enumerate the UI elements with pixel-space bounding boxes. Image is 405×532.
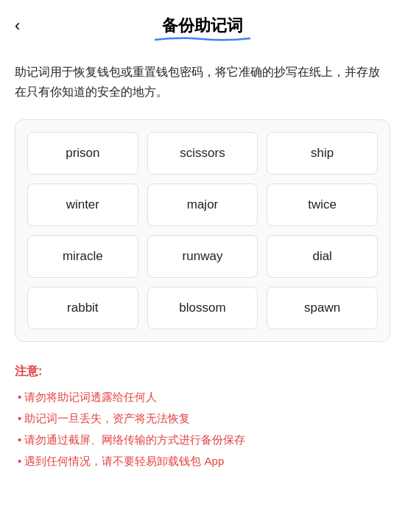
mnemonic-word-10: rabbit [27,287,138,329]
mnemonic-word-5: major [147,183,258,226]
title-wrapper: 备份助记词 [162,15,243,37]
warning-section: 注意: • 请勿将助记词透露给任何人• 助记词一旦丢失，资产将无法恢复• 请勿通… [0,357,405,487]
warning-title: 注意: [15,364,390,379]
page-title: 备份助记词 [162,15,243,37]
warning-items-container: • 请勿将助记词透露给任何人• 助记词一旦丢失，资产将无法恢复• 请勿通过截屏、… [15,387,390,471]
mnemonic-word-1: prison [27,132,138,175]
warning-item-3: • 请勿通过截屏、网络传输的方式进行备份保存 [15,430,390,449]
warning-item-4: • 遇到任何情况，请不要轻易卸载钱包 App [15,451,390,471]
mnemonic-word-6: twice [267,183,378,226]
description-text: 助记词用于恢复钱包或重置钱包密码，将它准确的抄写在纸上，并存放在只有你知道的安全… [0,44,405,113]
title-underline-decoration [155,35,250,43]
warning-item-2: • 助记词一旦丢失，资产将无法恢复 [15,408,390,428]
mnemonic-grid-container: prisonscissorsshipwintermajortwicemiracl… [15,119,390,342]
mnemonic-word-2: scissors [147,132,258,175]
header: ‹ 备份助记词 [0,0,405,44]
back-button[interactable]: ‹ [15,18,20,34]
mnemonic-grid: prisonscissorsshipwintermajortwicemiracl… [27,132,378,329]
mnemonic-word-9: dial [267,235,378,278]
mnemonic-word-4: winter [27,183,138,226]
warning-item-1: • 请勿将助记词透露给任何人 [15,387,390,407]
mnemonic-word-8: runway [147,235,258,278]
mnemonic-word-12: spawn [267,287,378,329]
mnemonic-word-11: blossom [147,287,258,329]
mnemonic-word-3: ship [267,132,378,175]
mnemonic-word-7: miracle [27,235,138,278]
